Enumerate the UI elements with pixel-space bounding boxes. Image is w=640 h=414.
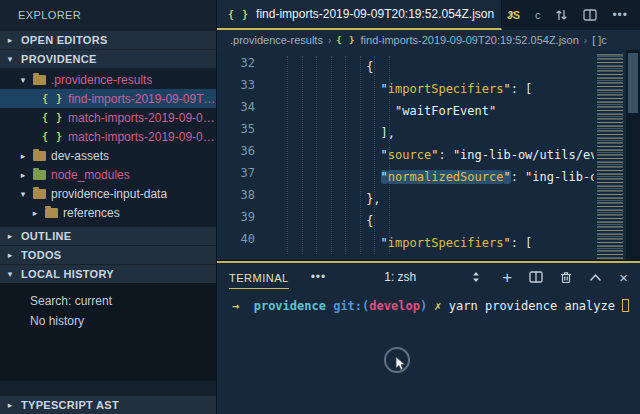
indent-guide <box>287 56 288 254</box>
section-label: LOCAL HISTORY <box>21 268 114 280</box>
local-history-content: Search: current No history <box>0 283 216 381</box>
section-outline[interactable]: ▸ OUTLINE <box>0 226 216 245</box>
line-number: 40 <box>217 232 265 254</box>
section-label: TYPESCRIPT AST <box>21 399 119 411</box>
local-history-search[interactable]: Search: current <box>0 291 216 311</box>
more-actions-icon[interactable]: ••• <box>612 8 628 22</box>
editor-actions: JS c ••• <box>507 0 640 30</box>
terminal-prompt-line: → providence git:(develop) ✗ yarn provid… <box>217 291 640 314</box>
c-badge[interactable]: c <box>535 9 541 21</box>
panel-more-icon[interactable]: ••• <box>311 270 327 284</box>
breadcrumb-item[interactable]: find-imports-2019-09-09T20:19:52.054Z.js… <box>361 34 579 46</box>
folder-icon <box>45 208 58 218</box>
explorer-title: EXPLORER <box>0 0 216 30</box>
chevron-right-icon: ▸ <box>30 208 40 218</box>
chevron-right-icon: ▸ <box>5 400 15 410</box>
breadcrumb-item[interactable]: .providence-results <box>230 34 323 46</box>
line-number: 32 <box>217 56 265 78</box>
tree-item-label: references <box>63 206 120 220</box>
maximize-panel-icon[interactable] <box>589 273 602 282</box>
chevron-right-icon: ▸ <box>5 250 15 260</box>
kill-terminal-icon[interactable] <box>560 271 572 284</box>
tab-title: find-imports-2019-09-09T20:19:52.054Z.js… <box>256 7 494 21</box>
section-todos[interactable]: ▸ TODOS <box>0 245 216 264</box>
breadcrumb: .providence-results›{ }find-imports-2019… <box>217 30 640 50</box>
minimap[interactable] <box>594 50 626 260</box>
indent-guide <box>374 56 375 254</box>
vscode-window: EXPLORER ▸ OPEN EDITORS ▾ PROVIDENCE ▾.p… <box>0 0 640 414</box>
tab-terminal[interactable]: TERMINAL <box>229 266 289 289</box>
section-providence[interactable]: ▾ PROVIDENCE <box>0 49 216 68</box>
tree-item-label: providence-input-data <box>51 187 167 201</box>
code-editor[interactable]: 323334353637383940 { "importSpecifiers":… <box>217 50 640 260</box>
tree-item-label: match-imports-2019-09-09T... <box>68 111 216 125</box>
close-panel-icon[interactable]: × <box>619 270 628 285</box>
tree-item[interactable]: { }match-imports-2019-09-09T... <box>0 108 216 127</box>
indent-guide <box>316 56 317 254</box>
chevron-right-icon: ▸ <box>18 151 28 161</box>
code-line: }, <box>265 188 594 210</box>
line-number: 39 <box>217 210 265 232</box>
section-typescript-ast[interactable]: ▸ TYPESCRIPT AST <box>0 395 216 414</box>
code-line: "waitForEvent" <box>265 100 594 122</box>
split-editor-icon[interactable] <box>583 9 597 21</box>
tree-item-label: find-imports-2019-09-09T20... <box>68 92 216 106</box>
chevron-down-icon: ▾ <box>5 269 15 279</box>
code-content: { "importSpecifiers": [ "waitForEvent" ]… <box>265 50 594 260</box>
breadcrumb-separator-icon: › <box>584 35 587 46</box>
tree-item-label: dev-assets <box>51 149 109 163</box>
tab-find-imports-json[interactable]: { } find-imports-2019-09-09T20:19:52.054… <box>217 0 502 30</box>
tree-item[interactable]: ▾.providence-results <box>0 70 216 89</box>
section-label: OUTLINE <box>21 230 71 242</box>
tree-item-label: match-imports-2019-09-09T... <box>68 130 216 144</box>
chevron-down-icon: ▾ <box>18 189 28 199</box>
json-file-icon: { } <box>336 35 355 45</box>
chevron-down-icon: ▾ <box>18 75 28 85</box>
tree-item[interactable]: ▸dev-assets <box>0 146 216 165</box>
section-label: TODOS <box>21 249 61 261</box>
tree-item[interactable]: ▸references <box>0 203 216 222</box>
tree-item[interactable]: ▸node_modules <box>0 165 216 184</box>
line-number: 36 <box>217 144 265 166</box>
line-number-gutter: 323334353637383940 <box>217 50 265 260</box>
sync-icon[interactable] <box>555 8 568 22</box>
scrollbar-thumb[interactable] <box>628 53 638 113</box>
select-arrows-icon <box>472 271 480 283</box>
chevron-down-icon: ▾ <box>5 54 15 64</box>
tree-item[interactable]: { }find-imports-2019-09-09T20... <box>0 89 216 108</box>
new-terminal-icon[interactable]: + <box>502 269 512 286</box>
local-history-empty: No history <box>0 311 216 331</box>
indent-guide <box>389 56 390 254</box>
code-line: ], <box>265 122 594 144</box>
section-local-history[interactable]: ▾ LOCAL HISTORY <box>0 264 216 283</box>
tab-bar: { } find-imports-2019-09-09T20:19:52.054… <box>217 0 640 30</box>
shell-select[interactable]: 1: zsh <box>384 270 480 284</box>
tree-item[interactable]: ▾providence-input-data <box>0 184 216 203</box>
line-number: 38 <box>217 188 265 210</box>
json-file-icon: { } <box>42 93 63 104</box>
chevron-right-icon: ▸ <box>5 231 15 241</box>
folder-icon <box>33 170 46 180</box>
code-line: "importSpecifiers": [ <box>265 232 594 254</box>
section-open-editors[interactable]: ▸ OPEN EDITORS <box>0 30 216 49</box>
js-language-badge[interactable]: JS <box>507 9 520 21</box>
section-label: PROVIDENCE <box>21 53 97 65</box>
split-terminal-icon[interactable] <box>529 271 543 283</box>
indent-guide <box>331 56 332 254</box>
editor-scrollbar[interactable] <box>626 50 640 260</box>
explorer-sidebar: EXPLORER ▸ OPEN EDITORS ▾ PROVIDENCE ▾.p… <box>0 0 217 414</box>
panel-action-icons: + × <box>502 269 628 286</box>
line-number: 37 <box>217 166 265 188</box>
tree-item[interactable]: { }match-imports-2019-09-09T... <box>0 127 216 146</box>
chevron-right-icon: ▸ <box>18 170 28 180</box>
line-number: 33 <box>217 78 265 100</box>
json-file-icon: { } <box>228 9 249 20</box>
indent-guide <box>360 56 361 254</box>
tree-item-label: .providence-results <box>51 73 152 87</box>
indent-guide <box>345 56 346 254</box>
terminal-header: TERMINAL ••• 1: zsh + <box>217 263 640 291</box>
breadcrumb-item[interactable]: [ ]c <box>592 34 607 46</box>
shell-select-value: 1: zsh <box>384 270 416 284</box>
folder-icon <box>33 75 46 85</box>
tree-item-label: node_modules <box>51 168 130 182</box>
